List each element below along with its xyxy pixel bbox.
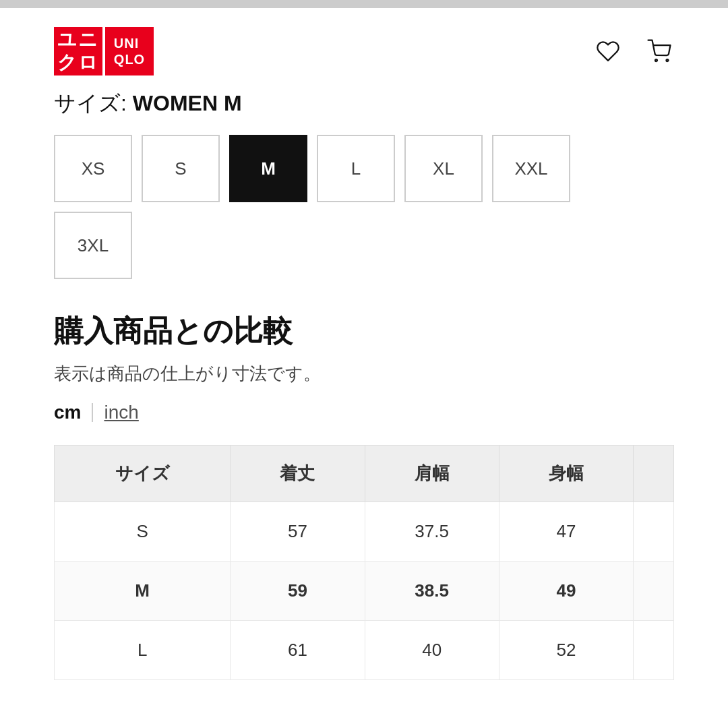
size-buttons-section: XS S M L XL XXL 3XL bbox=[0, 135, 728, 290]
page-container: ユニクロ UNIQLO サイズ: WOMEN M bbox=[0, 0, 728, 728]
size-btn-xxl[interactable]: XXL bbox=[492, 135, 570, 202]
size-label: サイズ: WOMEN M bbox=[54, 89, 674, 119]
table-header-extra bbox=[634, 446, 674, 502]
table-header-col3: 身幅 bbox=[499, 446, 633, 502]
table-cell-m-extra bbox=[634, 562, 674, 621]
table-cell-m-col3: 49 bbox=[499, 562, 633, 621]
top-bar bbox=[0, 0, 728, 8]
size-btn-xl[interactable]: XL bbox=[404, 135, 483, 202]
compare-subtitle: 表示は商品の仕上がり寸法です。 bbox=[54, 362, 674, 386]
unit-toggle: cm inch bbox=[54, 402, 674, 423]
table-header-row: サイズ 着丈 肩幅 身幅 bbox=[55, 446, 674, 502]
table-cell-m-col1: 59 bbox=[231, 562, 365, 621]
compare-section: 購入商品との比較 表示は商品の仕上がり寸法です。 cm inch bbox=[0, 290, 728, 423]
logo-latin: UNIQLO bbox=[105, 27, 154, 75]
table-cell-s-extra bbox=[634, 502, 674, 562]
size-table: サイズ 着丈 肩幅 身幅 S 57 37.5 47 M 59 bbox=[54, 445, 674, 680]
compare-title: 購入商品との比較 bbox=[54, 311, 674, 351]
heart-icon bbox=[596, 39, 620, 63]
table-header-col2: 肩幅 bbox=[365, 446, 499, 502]
logo-container: ユニクロ UNIQLO bbox=[54, 27, 154, 75]
size-btn-xs[interactable]: XS bbox=[54, 135, 132, 202]
size-btn-l[interactable]: L bbox=[317, 135, 395, 202]
svg-point-0 bbox=[655, 59, 657, 61]
table-cell-s-col1: 57 bbox=[231, 502, 365, 562]
table-cell-m-col2: 38.5 bbox=[365, 562, 499, 621]
unit-divider bbox=[92, 403, 93, 422]
cart-button[interactable] bbox=[644, 36, 674, 66]
table-cell-size-l: L bbox=[55, 621, 231, 680]
cart-icon bbox=[647, 39, 671, 63]
size-buttons-row-2: 3XL bbox=[54, 212, 674, 279]
size-label-section: サイズ: WOMEN M bbox=[0, 89, 728, 135]
table-header-size: サイズ bbox=[55, 446, 231, 502]
wishlist-button[interactable] bbox=[593, 36, 623, 66]
size-buttons-row: XS S M L XL XXL bbox=[54, 135, 674, 202]
table-row-highlighted: M 59 38.5 49 bbox=[55, 562, 674, 621]
table-cell-size-s: S bbox=[55, 502, 231, 562]
table-cell-s-col3: 47 bbox=[499, 502, 633, 562]
size-label-prefix: サイズ: bbox=[54, 91, 133, 115]
table-row: S 57 37.5 47 bbox=[55, 502, 674, 562]
header: ユニクロ UNIQLO bbox=[0, 8, 728, 89]
table-cell-size-m: M bbox=[55, 562, 231, 621]
table-cell-l-col2: 40 bbox=[365, 621, 499, 680]
table-cell-l-col1: 61 bbox=[231, 621, 365, 680]
svg-point-1 bbox=[667, 59, 669, 61]
size-btn-s[interactable]: S bbox=[142, 135, 220, 202]
table-wrapper: サイズ 着丈 肩幅 身幅 S 57 37.5 47 M 59 bbox=[0, 445, 728, 680]
table-row: L 61 40 52 bbox=[55, 621, 674, 680]
table-header-col1: 着丈 bbox=[231, 446, 365, 502]
table-cell-l-col3: 52 bbox=[499, 621, 633, 680]
size-btn-3xl[interactable]: 3XL bbox=[54, 212, 132, 279]
header-icons bbox=[593, 36, 674, 66]
unit-inch[interactable]: inch bbox=[104, 402, 138, 423]
size-label-value: WOMEN M bbox=[133, 91, 242, 115]
logo-kanji: ユニクロ bbox=[54, 27, 102, 75]
table-cell-s-col2: 37.5 bbox=[365, 502, 499, 562]
table-cell-l-extra bbox=[634, 621, 674, 680]
size-btn-m[interactable]: M bbox=[229, 135, 307, 202]
unit-cm[interactable]: cm bbox=[54, 402, 81, 423]
